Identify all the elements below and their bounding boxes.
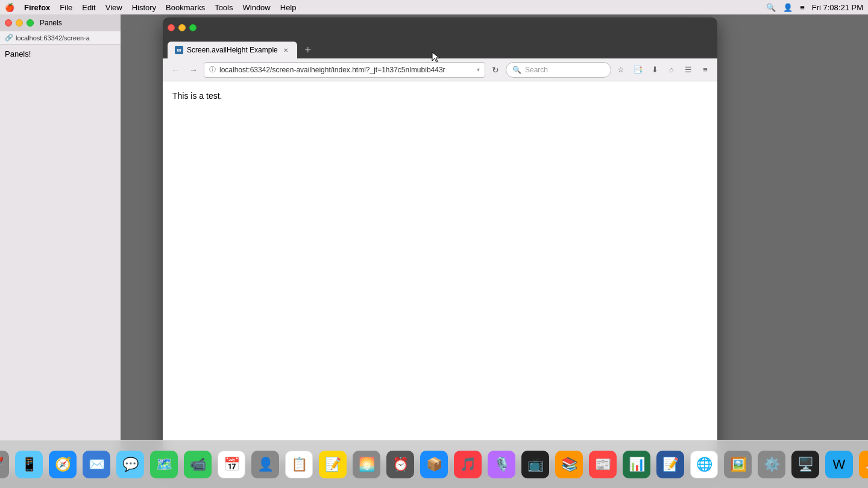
dock-item-clock[interactable]: ⏰	[385, 449, 416, 480]
browser-close-button[interactable]	[168, 24, 175, 31]
dock-item-books[interactable]: 📚	[553, 449, 585, 480]
close-button[interactable]	[5, 19, 12, 27]
menubar-right: 🔍 👤 ≡ Fri 7:08:21 PM	[766, 3, 863, 12]
contacts-icon: 👤	[251, 451, 279, 478]
page-text: This is a test.	[172, 91, 708, 101]
mail-icon: ✉️	[83, 451, 110, 478]
url-dropdown-icon[interactable]: ▾	[477, 66, 480, 73]
dock-item-settings[interactable]: ⚙️	[756, 449, 787, 480]
dock-item-appstore[interactable]: 📦	[418, 449, 450, 480]
sidebar-url-text: localhost:63342/screen-a	[16, 34, 90, 42]
clock: Fri 7:08:21 PM	[812, 3, 863, 12]
panels-titlebar: Panels	[0, 14, 121, 31]
menu-view[interactable]: View	[105, 3, 122, 12]
chrome-icon: 🌐	[690, 451, 718, 478]
browser-titlebar	[163, 17, 717, 38]
terminal-icon: 🖥️	[791, 451, 819, 478]
sidebar-content: Panels!	[0, 45, 121, 63]
podcasts-icon: 🎙️	[488, 451, 515, 478]
dock-item-chrome[interactable]: 🌐	[688, 449, 720, 480]
browser-maximize-button[interactable]	[189, 24, 197, 31]
dock-item-mail[interactable]: ✉️	[81, 449, 112, 480]
dock-item-excel[interactable]: 📊	[621, 449, 652, 480]
new-tab-button[interactable]: +	[300, 42, 316, 58]
dock-item-terminal[interactable]: 🖥️	[790, 449, 821, 480]
dock-item-photos[interactable]: 🌅	[351, 449, 382, 480]
dock-item-messages[interactable]: 💬	[115, 449, 146, 480]
menu-history[interactable]: History	[132, 3, 156, 12]
menu-bookmarks[interactable]: Bookmarks	[166, 3, 205, 12]
dock-item-notes[interactable]: 📝	[317, 449, 348, 480]
dock-item-maps[interactable]: 🗺️	[148, 449, 180, 480]
active-tab[interactable]: W Screen.availHeight Example ✕	[168, 42, 297, 58]
facetime-icon: 📹	[184, 451, 212, 478]
bookmark-star-button[interactable]: ☆	[614, 63, 628, 77]
reload-button[interactable]: ↻	[488, 62, 503, 78]
dock: 🔍 🚀 📱 🧭 ✉️ 💬 🗺️ 📹 📅 👤 📋 📝 🌅 ⏰ 📦 🎵	[0, 440, 868, 488]
reading-list-button[interactable]: 📑	[631, 63, 645, 77]
tab-label: Screen.availHeight Example	[187, 46, 278, 54]
menu-button[interactable]: ≡	[698, 63, 712, 77]
pocket-button[interactable]: ☰	[681, 63, 696, 77]
dock-item-firefox[interactable]: 🦊	[857, 449, 868, 480]
user-icon[interactable]: 👤	[783, 3, 793, 12]
dock-item-reminders[interactable]: 📋	[283, 449, 315, 480]
excel-icon: 📊	[623, 451, 650, 478]
browser-content: This is a test.	[163, 81, 717, 460]
maximize-button[interactable]	[27, 19, 34, 27]
dock-item-photos2[interactable]: 🖼️	[722, 449, 753, 480]
url-bar[interactable]: ⓘ localhost:63342/screen-availheight/ind…	[204, 62, 485, 78]
tab-favicon: W	[175, 46, 183, 54]
dock-item-tv[interactable]: 📺	[520, 449, 551, 480]
desktop: Panels 🔗 localhost:63342/screen-a Panels…	[0, 14, 868, 471]
forward-button[interactable]: →	[186, 62, 201, 78]
navbar: ← → ⓘ localhost:63342/screen-availheight…	[163, 58, 717, 81]
webstorm-icon: W	[825, 451, 853, 478]
panels-text: Panels!	[5, 49, 31, 58]
menu-file[interactable]: File	[60, 3, 72, 12]
books-icon: 📚	[555, 451, 583, 478]
news-icon: 📰	[589, 451, 617, 478]
browser-minimize-button[interactable]	[178, 24, 186, 31]
minimize-button[interactable]	[16, 19, 23, 27]
search-icon[interactable]: 🔍	[766, 3, 776, 12]
link-icon: 🔗	[5, 34, 13, 42]
dock-item-apps[interactable]: 📱	[13, 449, 45, 480]
tv-icon: 📺	[521, 451, 549, 478]
launchpad-icon: 🚀	[0, 451, 9, 478]
search-icon: 🔍	[512, 66, 521, 74]
search-bar[interactable]: 🔍 Search	[506, 62, 611, 78]
menu-firefox[interactable]: Firefox	[24, 3, 50, 12]
appstore-icon: 📦	[420, 451, 448, 478]
clock-icon: ⏰	[386, 451, 414, 478]
back-button[interactable]: ←	[168, 62, 183, 78]
panels-title: Panels	[40, 19, 62, 27]
menu-help[interactable]: Help	[280, 3, 297, 12]
dock-item-safari[interactable]: 🧭	[47, 449, 78, 480]
apps-icon: 📱	[15, 451, 43, 478]
dock-item-word[interactable]: 📝	[655, 449, 686, 480]
dock-item-music[interactable]: 🎵	[452, 449, 483, 480]
firefox-icon: 🦊	[859, 451, 868, 478]
home-button[interactable]: ⌂	[664, 63, 679, 77]
tab-close-button[interactable]: ✕	[281, 46, 290, 54]
reminders-icon: 📋	[285, 451, 313, 478]
menu-tools[interactable]: Tools	[215, 3, 233, 12]
dock-item-facetime[interactable]: 📹	[182, 449, 213, 480]
dock-item-launchpad[interactable]: 🚀	[0, 449, 11, 480]
dock-item-webstorm[interactable]: W	[823, 449, 855, 480]
dock-item-calendar[interactable]: 📅	[216, 449, 247, 480]
url-text: localhost:63342/screen-availheight/index…	[219, 66, 473, 74]
download-button[interactable]: ⬇	[647, 63, 662, 77]
apple-menu[interactable]: 🍎	[5, 3, 14, 12]
sidebar-url: 🔗 localhost:63342/screen-a	[0, 31, 121, 45]
dock-item-podcasts[interactable]: 🎙️	[486, 449, 517, 480]
menu-window[interactable]: Window	[243, 3, 271, 12]
info-icon: ⓘ	[209, 65, 216, 74]
dock-item-news[interactable]: 📰	[587, 449, 618, 480]
menu-edit[interactable]: Edit	[82, 3, 95, 12]
dock-item-contacts[interactable]: 👤	[250, 449, 281, 480]
browser-window: W Screen.availHeight Example ✕ + ← → ⓘ l…	[163, 17, 717, 460]
control-center-icon[interactable]: ≡	[800, 3, 805, 12]
settings-icon: ⚙️	[758, 451, 785, 478]
